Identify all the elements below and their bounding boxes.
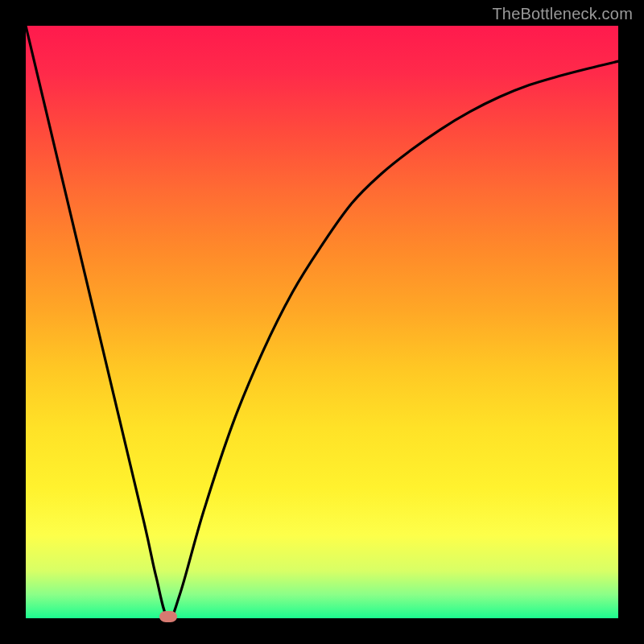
watermark-text: TheBottleneck.com	[492, 5, 633, 23]
chart-stage: TheBottleneck.com	[0, 0, 644, 644]
bottleneck-curve-svg	[26, 26, 618, 618]
bottleneck-curve-path	[26, 26, 618, 619]
optimal-point-marker	[159, 611, 177, 622]
